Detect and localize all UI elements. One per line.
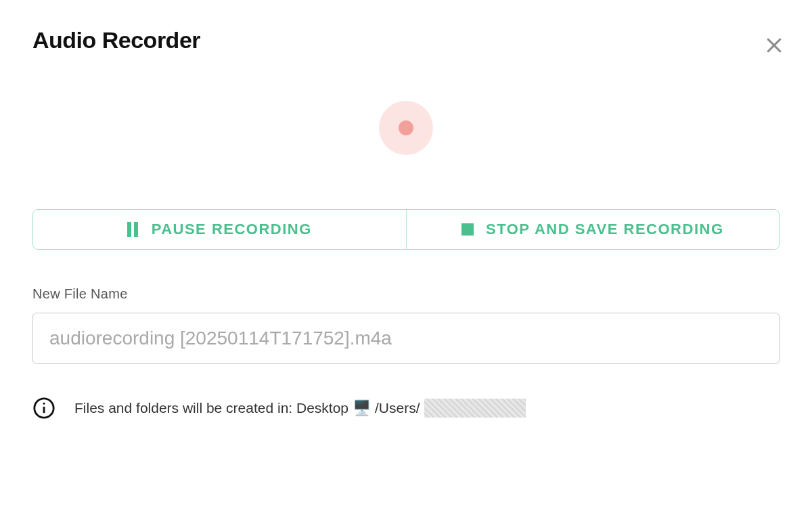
- pause-recording-button[interactable]: PAUSE RECORDING: [33, 210, 406, 249]
- svg-point-4: [43, 403, 45, 405]
- stop-icon: [461, 223, 474, 236]
- recording-indicator: [379, 101, 433, 155]
- file-name-input[interactable]: [32, 313, 780, 364]
- info-icon: [32, 397, 55, 420]
- desktop-icon: 🖥️: [353, 401, 371, 416]
- save-location-info: Files and folders will be created in: De…: [32, 397, 780, 420]
- stop-button-label: STOP AND SAVE RECORDING: [486, 221, 724, 238]
- close-button[interactable]: [762, 34, 786, 58]
- pause-icon: [127, 222, 139, 237]
- file-name-label: New File Name: [32, 286, 780, 302]
- stop-save-recording-button[interactable]: STOP AND SAVE RECORDING: [406, 210, 780, 249]
- recording-dot-icon: [399, 120, 413, 135]
- audio-recorder-dialog: Audio Recorder PAUSE RECORDING: [0, 0, 812, 513]
- recording-controls: PAUSE RECORDING STOP AND SAVE RECORDING: [32, 209, 780, 250]
- close-icon: [764, 35, 784, 58]
- redacted-user-path: [424, 399, 526, 418]
- recording-indicator-area: [32, 101, 780, 155]
- save-location-text: Files and folders will be created in: De…: [74, 399, 526, 418]
- info-path: /Users/: [375, 400, 420, 416]
- info-prefix: Files and folders will be created in: De…: [74, 400, 348, 416]
- pause-button-label: PAUSE RECORDING: [152, 221, 312, 238]
- dialog-title: Audio Recorder: [32, 27, 200, 53]
- dialog-header: Audio Recorder: [32, 27, 780, 53]
- file-name-section: New File Name: [32, 286, 780, 364]
